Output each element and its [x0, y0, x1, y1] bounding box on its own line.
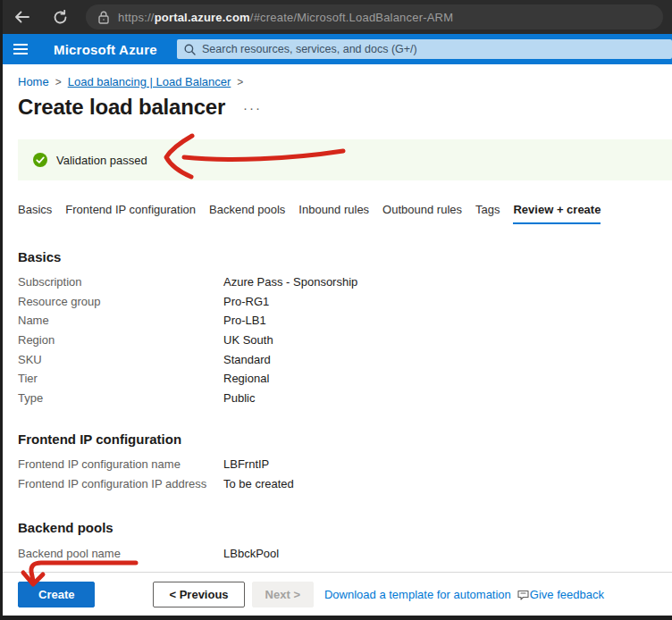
- row-label: Type: [18, 391, 223, 405]
- tab-backend-pools[interactable]: Backend pools: [209, 203, 285, 224]
- tab-inbound-rules[interactable]: Inbound rules: [298, 203, 369, 224]
- page-title: Create load balancer: [18, 95, 225, 120]
- give-feedback-label: Give feedback: [530, 588, 604, 601]
- url-domain: portal.azure.com: [155, 11, 250, 24]
- breadcrumb: Home > Load balancing | Load Balancer >: [18, 75, 672, 88]
- browser-chrome: https://portal.azure.com/#create/Microso…: [0, 0, 672, 34]
- row-label: Region: [18, 333, 223, 347]
- row-backend-pool-name: Backend pool nameLBbckPool: [18, 543, 672, 563]
- previous-button[interactable]: < Previous: [153, 582, 244, 607]
- row-sku: SKUStandard: [18, 349, 672, 369]
- section-heading: Frontend IP configuration: [18, 431, 672, 447]
- row-subscription: SubscriptionAzure Pass - Sponsorship: [18, 272, 672, 292]
- back-icon[interactable]: [9, 4, 36, 30]
- row-name: NamePro-LB1: [18, 311, 672, 331]
- row-value: LBbckPool: [223, 547, 279, 560]
- chevron-right-icon: >: [55, 76, 62, 88]
- azure-header: Microsoft Azure: [0, 34, 672, 64]
- global-search[interactable]: [177, 39, 672, 59]
- row-value: UK South: [223, 333, 273, 347]
- tab-basics[interactable]: Basics: [18, 203, 52, 224]
- row-value: To be created: [223, 477, 294, 490]
- row-label: Resource group: [18, 295, 223, 308]
- row-value: Standard: [223, 353, 271, 366]
- address-bar[interactable]: https://portal.azure.com/#create/Microso…: [86, 4, 663, 29]
- row-value: Pro-LB1: [223, 314, 266, 327]
- tab-frontend-ip-configuration[interactable]: Frontend IP configuration: [65, 203, 196, 224]
- row-label: Frontend IP configuration name: [18, 457, 223, 471]
- row-label: Name: [18, 314, 223, 327]
- search-icon: [184, 44, 196, 55]
- success-check-icon: [33, 153, 47, 167]
- row-region: RegionUK South: [18, 331, 672, 350]
- row-type: TypePublic: [18, 389, 672, 408]
- azure-brand[interactable]: Microsoft Azure: [54, 42, 157, 57]
- row-resource-group: Resource groupPro-RG1: [18, 292, 672, 312]
- download-template-link[interactable]: Download a template for automation: [324, 588, 511, 601]
- window-edge-bottom: [0, 616, 672, 620]
- breadcrumb-parent-link[interactable]: Load balancing | Load Balancer: [68, 75, 231, 88]
- portal-content: Home > Load balancing | Load Balancer > …: [0, 64, 672, 572]
- section-heading: Basics: [18, 249, 672, 264]
- window-edge-left: [0, 0, 3, 620]
- row-value: Azure Pass - Sponsorship: [223, 275, 357, 289]
- section-frontend-ip: Frontend IP configuration Frontend IP co…: [18, 431, 672, 493]
- row-tier: TierRegional: [18, 369, 672, 389]
- next-button[interactable]: Next >: [252, 582, 314, 607]
- chevron-right-icon: >: [237, 76, 243, 88]
- browser-window: https://portal.azure.com/#create/Microso…: [0, 0, 672, 620]
- give-feedback-link[interactable]: Give feedback: [517, 588, 604, 601]
- tab-bar: Basics Frontend IP configuration Backend…: [18, 203, 672, 224]
- tab-review-create[interactable]: Review + create: [513, 203, 601, 224]
- tab-outbound-rules[interactable]: Outbound rules: [382, 203, 462, 224]
- row-frontend-ip-address: Frontend IP configuration IP addressTo b…: [18, 474, 672, 494]
- section-heading: Backend pools: [18, 520, 672, 535]
- row-label: Frontend IP configuration IP address: [18, 477, 223, 490]
- section-basics: Basics SubscriptionAzure Pass - Sponsors…: [18, 249, 672, 407]
- validation-banner: Validation passed: [18, 139, 672, 180]
- section-backend-pools: Backend pools Backend pool nameLBbckPool: [18, 520, 672, 563]
- row-label: SKU: [18, 353, 223, 366]
- url-path: /#create/Microsoft.LoadBalancer-ARM: [250, 11, 453, 24]
- row-frontend-ip-name: Frontend IP configuration nameLBFrntIP: [18, 455, 672, 474]
- hamburger-menu-icon[interactable]: [0, 44, 41, 54]
- url-scheme: https://: [118, 11, 155, 24]
- footer-action-bar: Create < Previous Next > Download a temp…: [0, 572, 672, 616]
- search-input[interactable]: [202, 43, 665, 55]
- create-button[interactable]: Create: [18, 582, 95, 607]
- row-value: Public: [223, 391, 255, 405]
- more-options-icon[interactable]: ···: [243, 100, 262, 115]
- tab-tags[interactable]: Tags: [475, 203, 500, 224]
- row-value: LBFrntIP: [223, 457, 269, 471]
- feedback-icon: [517, 589, 529, 600]
- row-value: Regional: [223, 372, 269, 385]
- row-label: Backend pool name: [18, 547, 223, 560]
- row-label: Tier: [18, 372, 223, 385]
- row-value: Pro-RG1: [223, 295, 269, 308]
- url-text: https://portal.azure.com/#create/Microso…: [118, 11, 453, 24]
- row-label: Subscription: [18, 275, 223, 289]
- lock-icon[interactable]: [98, 11, 109, 24]
- refresh-icon[interactable]: [46, 4, 73, 30]
- validation-message: Validation passed: [56, 154, 147, 167]
- breadcrumb-home-link[interactable]: Home: [18, 75, 49, 88]
